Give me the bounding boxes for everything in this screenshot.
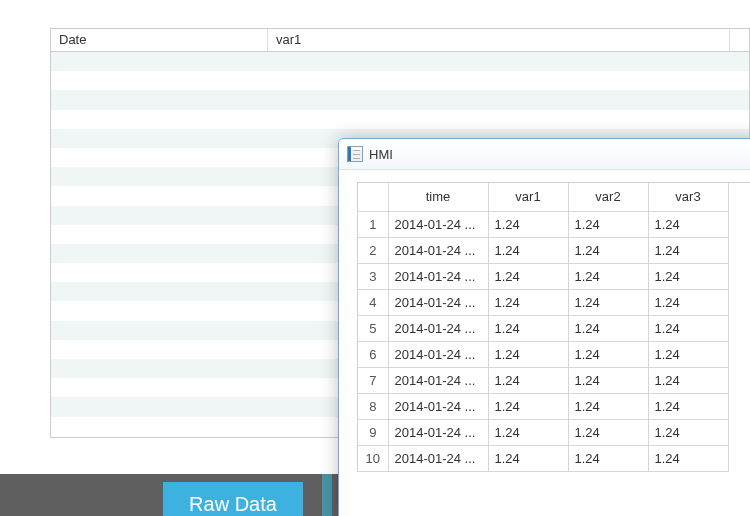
background-table-row — [51, 71, 749, 90]
table-row[interactable]: 92014-01-24 ...1.241.241.24 — [358, 419, 728, 445]
cell-var3[interactable]: 1.24 — [648, 237, 728, 263]
cell-var2[interactable]: 1.24 — [568, 419, 648, 445]
cell-var1[interactable]: 1.24 — [488, 211, 568, 237]
cell-var1[interactable]: 1.24 — [488, 315, 568, 341]
row-header[interactable]: 1 — [358, 211, 388, 237]
cell-var3[interactable]: 1.24 — [648, 445, 728, 471]
cell-var1[interactable]: 1.24 — [488, 393, 568, 419]
table-row[interactable]: 32014-01-24 ...1.241.241.24 — [358, 263, 728, 289]
cell-var3[interactable]: 1.24 — [648, 419, 728, 445]
cell-time[interactable]: 2014-01-24 ... — [388, 211, 488, 237]
hmi-title: HMI — [369, 147, 393, 162]
table-row[interactable]: 42014-01-24 ...1.241.241.24 — [358, 289, 728, 315]
bg-col-date[interactable]: Date — [51, 29, 268, 51]
background-table-header: Date var1 — [51, 29, 749, 52]
cell-var2[interactable]: 1.24 — [568, 211, 648, 237]
hmi-col-var2[interactable]: var2 — [568, 183, 648, 211]
cell-var3[interactable]: 1.24 — [648, 315, 728, 341]
hmi-grid-corner — [358, 183, 388, 211]
hmi-col-var3[interactable]: var3 — [648, 183, 728, 211]
row-header[interactable]: 2 — [358, 237, 388, 263]
table-row[interactable]: 22014-01-24 ...1.241.241.24 — [358, 237, 728, 263]
raw-data-button[interactable]: Raw Data — [163, 482, 303, 516]
cell-var3[interactable]: 1.24 — [648, 211, 728, 237]
cell-time[interactable]: 2014-01-24 ... — [388, 289, 488, 315]
cell-var3[interactable]: 1.24 — [648, 263, 728, 289]
row-header[interactable]: 8 — [358, 393, 388, 419]
bg-col-rest — [730, 29, 749, 51]
table-row[interactable]: 62014-01-24 ...1.241.241.24 — [358, 341, 728, 367]
hmi-col-var1[interactable]: var1 — [488, 183, 568, 211]
row-header[interactable]: 5 — [358, 315, 388, 341]
cell-var1[interactable]: 1.24 — [488, 341, 568, 367]
hmi-grid-header-row: time var1 var2 var3 — [358, 183, 728, 211]
cell-var2[interactable]: 1.24 — [568, 393, 648, 419]
cell-var1[interactable]: 1.24 — [488, 367, 568, 393]
cell-var1[interactable]: 1.24 — [488, 419, 568, 445]
footer-accent — [322, 474, 332, 516]
cell-time[interactable]: 2014-01-24 ... — [388, 367, 488, 393]
table-row[interactable]: 82014-01-24 ...1.241.241.24 — [358, 393, 728, 419]
cell-time[interactable]: 2014-01-24 ... — [388, 263, 488, 289]
cell-var2[interactable]: 1.24 — [568, 315, 648, 341]
cell-time[interactable]: 2014-01-24 ... — [388, 419, 488, 445]
hmi-titlebar[interactable]: HMI — [339, 139, 750, 170]
cell-var1[interactable]: 1.24 — [488, 445, 568, 471]
table-row[interactable]: 12014-01-24 ...1.241.241.24 — [358, 211, 728, 237]
cell-var2[interactable]: 1.24 — [568, 263, 648, 289]
hmi-window[interactable]: HMI time var1 var2 var3 — [338, 138, 750, 516]
cell-var2[interactable]: 1.24 — [568, 341, 648, 367]
cell-time[interactable]: 2014-01-24 ... — [388, 315, 488, 341]
cell-var3[interactable]: 1.24 — [648, 341, 728, 367]
cell-var1[interactable]: 1.24 — [488, 289, 568, 315]
cell-var1[interactable]: 1.24 — [488, 237, 568, 263]
hmi-body: time var1 var2 var3 12014-01-24 ...1.241… — [339, 170, 750, 472]
cell-time[interactable]: 2014-01-24 ... — [388, 237, 488, 263]
cell-var3[interactable]: 1.24 — [648, 393, 728, 419]
cell-var2[interactable]: 1.24 — [568, 237, 648, 263]
cell-var2[interactable]: 1.24 — [568, 367, 648, 393]
cell-var2[interactable]: 1.24 — [568, 289, 648, 315]
cell-var3[interactable]: 1.24 — [648, 289, 728, 315]
hmi-col-time[interactable]: time — [388, 183, 488, 211]
table-row[interactable]: 72014-01-24 ...1.241.241.24 — [358, 367, 728, 393]
row-header[interactable]: 9 — [358, 419, 388, 445]
table-row[interactable]: 52014-01-24 ...1.241.241.24 — [358, 315, 728, 341]
row-header[interactable]: 4 — [358, 289, 388, 315]
cell-time[interactable]: 2014-01-24 ... — [388, 445, 488, 471]
hmi-data-grid[interactable]: time var1 var2 var3 12014-01-24 ...1.241… — [358, 183, 729, 472]
cell-time[interactable]: 2014-01-24 ... — [388, 393, 488, 419]
row-header[interactable]: 3 — [358, 263, 388, 289]
background-table-row — [51, 110, 749, 129]
table-row[interactable]: 102014-01-24 ...1.241.241.24 — [358, 445, 728, 471]
row-header[interactable]: 7 — [358, 367, 388, 393]
cell-var3[interactable]: 1.24 — [648, 367, 728, 393]
background-table-row — [51, 90, 749, 109]
background-table-row — [51, 52, 749, 71]
hmi-app-icon — [347, 146, 363, 162]
cell-time[interactable]: 2014-01-24 ... — [388, 341, 488, 367]
cell-var1[interactable]: 1.24 — [488, 263, 568, 289]
bg-col-var1[interactable]: var1 — [268, 29, 730, 51]
cell-var2[interactable]: 1.24 — [568, 445, 648, 471]
hmi-grid-wrapper: time var1 var2 var3 12014-01-24 ...1.241… — [357, 182, 750, 472]
row-header[interactable]: 10 — [358, 445, 388, 471]
row-header[interactable]: 6 — [358, 341, 388, 367]
